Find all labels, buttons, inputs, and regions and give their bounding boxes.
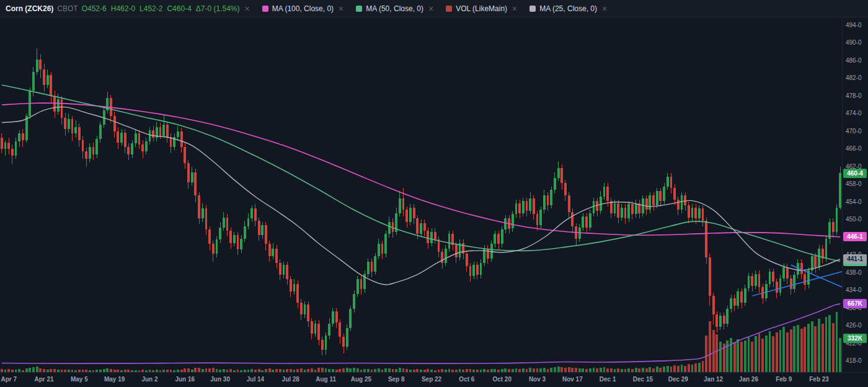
time-tick-label: May 19 — [104, 376, 125, 383]
time-tick-label: Feb 9 — [776, 376, 792, 383]
last-volume-badge: 332K — [843, 334, 867, 343]
ma100-value-badge: 446-1 — [843, 232, 867, 241]
time-tick-label: May 5 — [71, 376, 88, 383]
indicator-legend-vol[interactable]: VOL (LikeMain) × — [446, 4, 518, 13]
time-tick-label: Apr 21 — [34, 376, 53, 383]
time-tick-label: Jul 14 — [247, 376, 264, 383]
remove-series-button[interactable]: × — [244, 4, 251, 13]
time-tick-label: Jun 30 — [210, 376, 230, 383]
open-value: O452-6 — [82, 4, 107, 13]
remove-ma25-button[interactable]: × — [601, 4, 608, 13]
price-tick-label: 434-0 — [846, 286, 862, 295]
ohlc-readout: O452-6 H462-0 L452-2 C460-4 Δ7-0 (1.54%) — [82, 4, 240, 13]
time-tick-label: Apr 7 — [1, 376, 17, 383]
price-tick-label: 478-0 — [846, 92, 862, 100]
vol-label: VOL (LikeMain) — [456, 4, 507, 13]
ma100-color-swatch — [262, 6, 268, 12]
time-tick-label: Jun 16 — [175, 376, 195, 383]
exchange-name: CBOT — [57, 4, 78, 13]
price-tick-label: 486-0 — [846, 56, 862, 65]
time-tick-label: Sep 8 — [388, 376, 405, 383]
time-tick-label: Aug 25 — [351, 376, 371, 383]
time-tick-label: Nov 3 — [529, 376, 546, 383]
ma50-color-swatch — [356, 6, 362, 12]
time-tick-label: Jul 28 — [282, 376, 299, 383]
high-value: H462-0 — [111, 4, 135, 13]
time-tick-label: Sep 22 — [422, 376, 441, 383]
time-tick-label: Jun 2 — [141, 376, 157, 383]
price-tick-label: 458-0 — [846, 180, 862, 189]
time-tick-label: Jan 12 — [704, 376, 723, 383]
remove-vol-button[interactable]: × — [511, 4, 518, 13]
price-tick-label: 426-0 — [846, 321, 862, 330]
volume-ma-badge: 667K — [843, 299, 867, 308]
time-tick-label: Dec 1 — [600, 376, 616, 383]
time-tick-label: Dec 15 — [633, 376, 653, 383]
price-tick-label: 482-0 — [846, 74, 862, 82]
grid — [0, 17, 842, 372]
ma100-line[interactable] — [2, 103, 840, 237]
trendline-drawing-1[interactable] — [752, 272, 842, 296]
vol-color-swatch — [446, 6, 452, 12]
low-value: L452-2 — [140, 4, 162, 13]
change-value: Δ7-0 (1.54%) — [196, 4, 240, 13]
ma25-color-swatch — [529, 6, 536, 12]
ma25-label: MA (25, Close, 0) — [539, 4, 597, 13]
price-tick-label: 438-0 — [846, 269, 862, 277]
indicator-legend-ma100[interactable]: MA (100, Close, 0) × — [262, 4, 345, 13]
price-tick-label: 470-0 — [846, 127, 862, 136]
price-tick-label: 418-0 — [846, 357, 862, 365]
time-tick-label: Aug 11 — [316, 376, 336, 383]
symbol-name: Corn (ZCK26) — [6, 4, 53, 13]
price-axis[interactable]: 494-0490-0486-0482-0478-0474-0470-0466-0… — [842, 17, 868, 372]
time-tick-label: Dec 29 — [668, 376, 688, 383]
time-tick-label: Oct 20 — [492, 376, 512, 383]
ma100-label: MA (100, Close, 0) — [272, 4, 334, 13]
main-series-legend[interactable]: Corn (ZCK26) CBOT O452-6 H462-0 L452-2 C… — [6, 4, 251, 13]
ma50-label: MA (50, Close, 0) — [366, 4, 423, 13]
time-axis[interactable]: Apr 7Apr 21May 5May 19Jun 2Jun 16Jun 30J… — [0, 372, 868, 387]
time-tick-label: Feb 23 — [809, 376, 829, 383]
price-tick-label: 490-0 — [846, 38, 862, 47]
indicator-legend-ma25[interactable]: MA (25, Close, 0) × — [529, 4, 608, 13]
last-price-badge: 460-4 — [843, 169, 867, 178]
price-tick-label: 474-0 — [846, 109, 862, 118]
price-tick-label: 454-0 — [846, 198, 862, 207]
close-value: C460-4 — [167, 4, 191, 13]
time-tick-label: Nov 17 — [562, 376, 583, 383]
price-tick-label: 450-0 — [846, 215, 862, 224]
trading-chart-app: Corn (ZCK26) CBOT O452-6 H462-0 L452-2 C… — [0, 0, 868, 387]
ma25-value-badge: 441-1 — [843, 254, 867, 264]
candlestick-chart[interactable] — [0, 17, 842, 372]
time-tick-label: Jan 26 — [739, 376, 758, 383]
price-tick-label: 494-0 — [846, 21, 862, 30]
remove-ma50-button[interactable]: × — [427, 4, 435, 13]
price-tick-label: 466-0 — [846, 145, 862, 153]
chart-legend-bar: Corn (ZCK26) CBOT O452-6 H462-0 L452-2 C… — [0, 0, 868, 17]
ma25-line[interactable] — [2, 107, 840, 285]
remove-ma100-button[interactable]: × — [337, 4, 345, 13]
time-tick-label: Oct 6 — [459, 376, 474, 383]
indicator-legend-ma50[interactable]: MA (50, Close, 0) × — [356, 4, 435, 13]
